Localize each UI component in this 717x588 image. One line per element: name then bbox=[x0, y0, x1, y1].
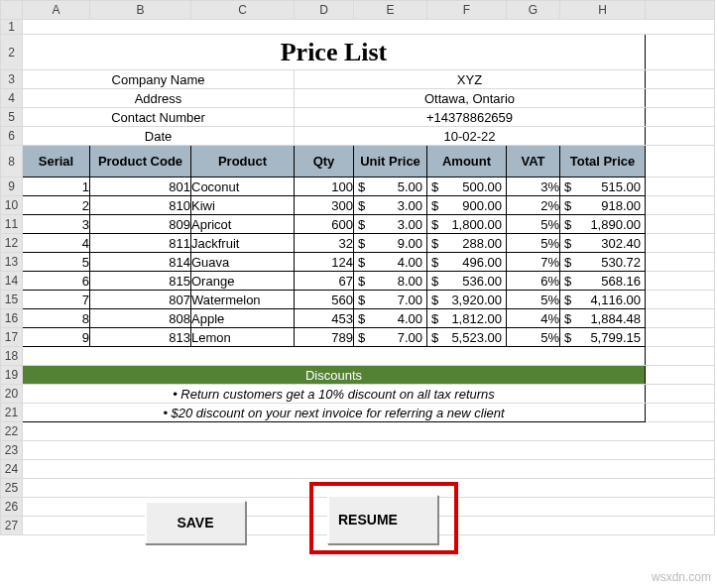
cell-product[interactable]: Coconut bbox=[191, 177, 295, 196]
cell-code[interactable]: 810 bbox=[90, 196, 191, 215]
cell-product[interactable]: Orange bbox=[191, 272, 295, 291]
cell-vat[interactable]: 7% bbox=[507, 253, 560, 272]
cell-code[interactable]: 807 bbox=[90, 291, 191, 309]
row-header[interactable]: 22 bbox=[1, 422, 23, 441]
cell-product[interactable]: Lemon bbox=[191, 328, 295, 347]
cell-serial[interactable]: 8 bbox=[23, 309, 90, 328]
cell-qty[interactable]: 300 bbox=[295, 196, 354, 215]
cell-unit-price[interactable]: $7.00 bbox=[354, 328, 427, 347]
row-header[interactable]: 4 bbox=[1, 89, 23, 108]
row-header[interactable]: 15 bbox=[1, 291, 23, 309]
cell-amount[interactable]: $500.00 bbox=[427, 177, 507, 196]
cell-amount[interactable]: $5,523.00 bbox=[427, 328, 507, 347]
cell-code[interactable]: 808 bbox=[90, 309, 191, 328]
cell-unit-price[interactable]: $4.00 bbox=[354, 309, 427, 328]
cell-serial[interactable]: 5 bbox=[23, 253, 90, 272]
row-header[interactable]: 21 bbox=[1, 404, 23, 422]
cell-total[interactable]: $1,890.00 bbox=[560, 215, 646, 234]
cell-qty[interactable]: 32 bbox=[295, 234, 354, 253]
cell-qty[interactable]: 789 bbox=[295, 328, 354, 347]
cell-vat[interactable]: 5% bbox=[507, 234, 560, 253]
cell-serial[interactable]: 4 bbox=[23, 234, 90, 253]
cell-product[interactable]: Apricot bbox=[191, 215, 295, 234]
cell-amount[interactable]: $1,812.00 bbox=[427, 309, 507, 328]
cell-total[interactable]: $530.72 bbox=[560, 253, 646, 272]
row-header[interactable]: 10 bbox=[1, 196, 23, 215]
cell-vat[interactable]: 3% bbox=[507, 177, 560, 196]
cell-total[interactable]: $5,799.15 bbox=[560, 328, 646, 347]
row-header[interactable]: 24 bbox=[1, 460, 23, 479]
col-header[interactable]: F bbox=[427, 1, 507, 20]
cell-code[interactable]: 814 bbox=[90, 253, 191, 272]
cell-qty[interactable]: 100 bbox=[295, 177, 354, 196]
row-header[interactable]: 9 bbox=[1, 177, 23, 196]
cell-vat[interactable]: 5% bbox=[507, 215, 560, 234]
save-button[interactable]: SAVE bbox=[145, 501, 246, 544]
cell-unit-price[interactable]: $3.00 bbox=[354, 215, 427, 234]
cell-serial[interactable]: 2 bbox=[23, 196, 90, 215]
cell-total[interactable]: $515.00 bbox=[560, 177, 646, 196]
cell-serial[interactable]: 9 bbox=[23, 328, 90, 347]
row-header[interactable]: 11 bbox=[1, 215, 23, 234]
row-header[interactable]: 3 bbox=[1, 70, 23, 89]
row-header[interactable]: 2 bbox=[1, 35, 23, 70]
row-header[interactable]: 5 bbox=[1, 108, 23, 127]
cell-product[interactable]: Guava bbox=[191, 253, 295, 272]
spreadsheet-grid[interactable]: A B C D E F G H 1 2 Price List 3 Company… bbox=[0, 0, 715, 535]
cell-unit-price[interactable]: $9.00 bbox=[354, 234, 427, 253]
row-header[interactable]: 25 bbox=[1, 479, 23, 498]
cell-total[interactable]: $4,116.00 bbox=[560, 291, 646, 309]
cell-vat[interactable]: 2% bbox=[507, 196, 560, 215]
row-header[interactable]: 14 bbox=[1, 272, 23, 291]
row-header[interactable]: 20 bbox=[1, 385, 23, 404]
row-header[interactable]: 17 bbox=[1, 328, 23, 347]
cell-amount[interactable]: $1,800.00 bbox=[427, 215, 507, 234]
cell-serial[interactable]: 3 bbox=[23, 215, 90, 234]
cell-code[interactable]: 811 bbox=[90, 234, 191, 253]
cell-total[interactable]: $1,884.48 bbox=[560, 309, 646, 328]
cell-serial[interactable]: 7 bbox=[23, 291, 90, 309]
cell-code[interactable]: 809 bbox=[90, 215, 191, 234]
cell-vat[interactable]: 5% bbox=[507, 291, 560, 309]
col-header[interactable]: H bbox=[560, 1, 646, 20]
cell-serial[interactable]: 6 bbox=[23, 272, 90, 291]
cell-vat[interactable]: 4% bbox=[507, 309, 560, 328]
cell-code[interactable]: 813 bbox=[90, 328, 191, 347]
cell-amount[interactable]: $3,920.00 bbox=[427, 291, 507, 309]
row-header[interactable]: 13 bbox=[1, 253, 23, 272]
row-header[interactable]: 12 bbox=[1, 234, 23, 253]
row-header[interactable]: 16 bbox=[1, 309, 23, 328]
cell-vat[interactable]: 6% bbox=[507, 272, 560, 291]
cell-serial[interactable]: 1 bbox=[23, 177, 90, 196]
row-header[interactable]: 19 bbox=[1, 366, 23, 385]
cell-product[interactable]: Apple bbox=[191, 309, 295, 328]
cell-amount[interactable]: $288.00 bbox=[427, 234, 507, 253]
cell-amount[interactable]: $536.00 bbox=[427, 272, 507, 291]
col-header[interactable]: A bbox=[23, 1, 90, 20]
cell-product[interactable]: Kiwi bbox=[191, 196, 295, 215]
cell-qty[interactable]: 600 bbox=[295, 215, 354, 234]
cell-unit-price[interactable]: $7.00 bbox=[354, 291, 427, 309]
cell-unit-price[interactable]: $3.00 bbox=[354, 196, 427, 215]
col-header[interactable]: B bbox=[90, 1, 191, 20]
cell-total[interactable]: $918.00 bbox=[560, 196, 646, 215]
cell-vat[interactable]: 5% bbox=[507, 328, 560, 347]
cell-code[interactable]: 815 bbox=[90, 272, 191, 291]
cell-qty[interactable]: 67 bbox=[295, 272, 354, 291]
row-header[interactable]: 8 bbox=[1, 146, 23, 177]
cell-unit-price[interactable]: $4.00 bbox=[354, 253, 427, 272]
select-all[interactable] bbox=[1, 1, 23, 20]
col-header[interactable]: D bbox=[295, 1, 354, 20]
cell-unit-price[interactable]: $8.00 bbox=[354, 272, 427, 291]
cell-qty[interactable]: 453 bbox=[295, 309, 354, 328]
row-header[interactable]: 23 bbox=[1, 441, 23, 460]
cell-total[interactable]: $302.40 bbox=[560, 234, 646, 253]
row-header[interactable]: 27 bbox=[1, 517, 23, 535]
cell-amount[interactable]: $496.00 bbox=[427, 253, 507, 272]
cell-product[interactable]: Jackfruit bbox=[191, 234, 295, 253]
row-header[interactable]: 6 bbox=[1, 127, 23, 146]
cell-code[interactable]: 801 bbox=[90, 177, 191, 196]
cell-unit-price[interactable]: $5.00 bbox=[354, 177, 427, 196]
row-header[interactable]: 26 bbox=[1, 498, 23, 517]
cell-total[interactable]: $568.16 bbox=[560, 272, 646, 291]
